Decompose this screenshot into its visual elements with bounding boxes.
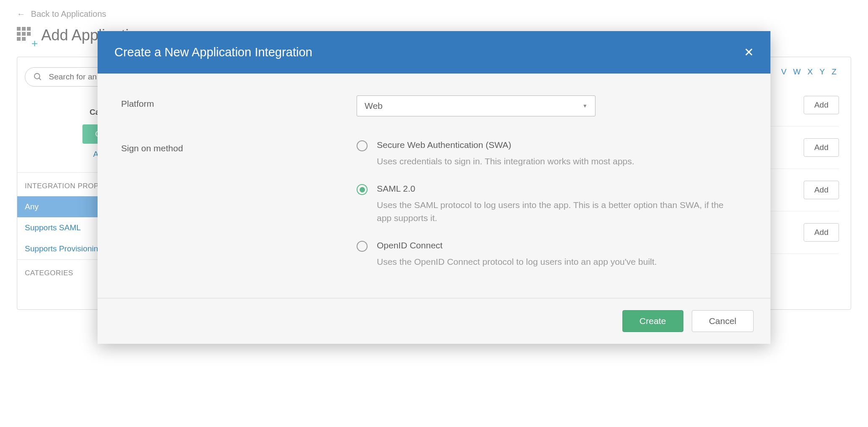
option-title: Secure Web Authentication (SWA) — [377, 140, 735, 150]
option-desc: Uses credentials to sign in. This integr… — [377, 155, 735, 168]
radio-icon — [357, 184, 368, 195]
signon-label: Sign on method — [121, 140, 357, 153]
option-desc: Uses the OpenID Connect protocol to log … — [377, 256, 735, 268]
signon-option-oidc[interactable]: OpenID Connect Uses the OpenID Connect p… — [357, 240, 735, 268]
cancel-button[interactable]: Cancel — [692, 310, 754, 332]
signon-option-saml[interactable]: SAML 2.0 Uses the SAML protocol to log u… — [357, 184, 735, 224]
modal-backdrop: Create a New Application Integration ✕ P… — [0, 0, 868, 427]
close-icon[interactable]: ✕ — [744, 45, 754, 59]
chevron-down-icon: ▼ — [582, 103, 587, 109]
option-title: OpenID Connect — [377, 240, 735, 250]
option-desc: Uses the SAML protocol to log users into… — [377, 199, 735, 224]
create-app-modal: Create a New Application Integration ✕ P… — [98, 31, 770, 344]
platform-select[interactable]: Web ▼ — [357, 95, 595, 116]
radio-icon — [357, 241, 368, 252]
create-button[interactable]: Create — [622, 310, 683, 332]
option-title: SAML 2.0 — [377, 184, 735, 194]
platform-value: Web — [365, 101, 383, 111]
radio-icon — [357, 140, 368, 151]
modal-title: Create a New Application Integration — [114, 45, 312, 59]
platform-label: Platform — [121, 95, 357, 109]
signon-option-swa[interactable]: Secure Web Authentication (SWA) Uses cre… — [357, 140, 735, 168]
